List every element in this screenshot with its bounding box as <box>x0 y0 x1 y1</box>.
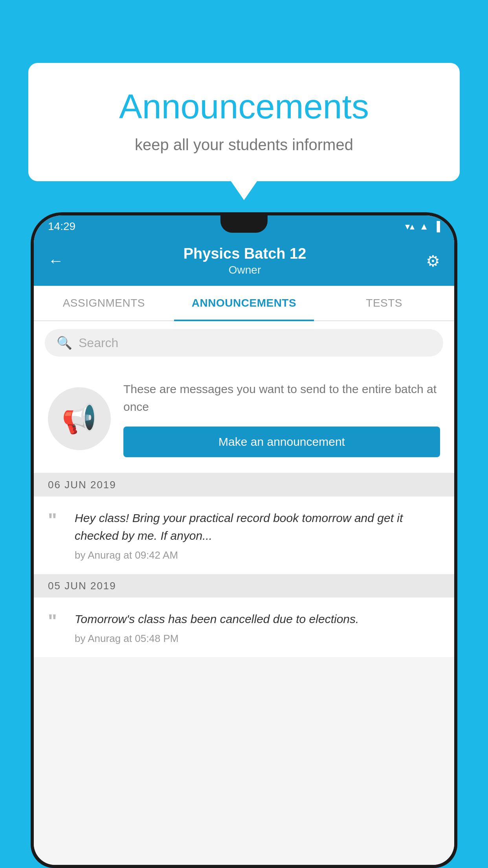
notch <box>220 215 268 233</box>
announcement-text-2: Tomorrow's class has been cancelled due … <box>75 610 440 628</box>
announcement-text-1: Hey class! Bring your practical record b… <box>75 509 440 544</box>
header-title: Physics Batch 12 <box>183 245 306 262</box>
wifi-icon: ▾▴ <box>405 221 415 232</box>
phone-outer: 14:29 ▾▴ ▲ ▐ ← Physics Batch 12 Owner ⚙ <box>31 212 457 868</box>
tab-assignments[interactable]: ASSIGNMENTS <box>34 286 174 320</box>
status-icons: ▾▴ ▲ ▐ <box>405 221 440 232</box>
back-button[interactable]: ← <box>48 252 64 270</box>
status-time: 14:29 <box>48 220 75 233</box>
quote-icon-1: " <box>48 511 64 530</box>
promo-description: These are messages you want to send to t… <box>123 380 440 416</box>
tab-announcements[interactable]: ANNOUNCEMENTS <box>174 286 314 320</box>
promo-right: These are messages you want to send to t… <box>123 380 440 457</box>
megaphone-circle: 📢 <box>48 387 111 450</box>
header-center: Physics Batch 12 Owner <box>183 245 306 276</box>
announcement-content-1: Hey class! Bring your practical record b… <box>75 509 440 561</box>
app-header: ← Physics Batch 12 Owner ⚙ <box>34 237 454 286</box>
status-bar: 14:29 ▾▴ ▲ ▐ <box>34 215 454 237</box>
phone-inner: 14:29 ▾▴ ▲ ▐ ← Physics Batch 12 Owner ⚙ <box>34 215 454 865</box>
search-icon: 🔍 <box>57 335 72 350</box>
search-bar[interactable]: 🔍 Search <box>45 329 443 357</box>
date-separator-2: 05 JUN 2019 <box>34 574 454 598</box>
bubble-title: Announcements <box>60 86 428 127</box>
tab-tests[interactable]: TESTS <box>314 286 454 320</box>
speech-bubble: Announcements keep all your students inf… <box>28 63 460 181</box>
announcement-item-2[interactable]: " Tomorrow's class has been cancelled du… <box>34 598 454 658</box>
speech-bubble-container: Announcements keep all your students inf… <box>28 63 460 181</box>
settings-icon[interactable]: ⚙ <box>426 252 440 270</box>
date-separator-1: 06 JUN 2019 <box>34 473 454 497</box>
megaphone-icon: 📢 <box>62 402 97 436</box>
announcement-meta-2: by Anurag at 05:48 PM <box>75 633 440 645</box>
tabs-container: ASSIGNMENTS ANNOUNCEMENTS TESTS <box>34 286 454 321</box>
announcement-content-2: Tomorrow's class has been cancelled due … <box>75 610 440 645</box>
search-placeholder: Search <box>79 336 118 350</box>
phone-mockup: 14:29 ▾▴ ▲ ▐ ← Physics Batch 12 Owner ⚙ <box>31 212 457 868</box>
signal-icon: ▲ <box>419 221 429 232</box>
promo-card: 📢 These are messages you want to send to… <box>34 364 454 473</box>
header-subtitle: Owner <box>183 264 306 276</box>
search-container: 🔍 Search <box>34 321 454 364</box>
announcement-meta-1: by Anurag at 09:42 AM <box>75 549 440 561</box>
make-announcement-button[interactable]: Make an announcement <box>123 427 440 457</box>
announcement-item-1[interactable]: " Hey class! Bring your practical record… <box>34 497 454 574</box>
battery-icon: ▐ <box>433 221 440 232</box>
bubble-subtitle: keep all your students informed <box>60 136 428 154</box>
quote-icon-2: " <box>48 612 64 631</box>
content-area: 🔍 Search 📢 These are messages you want t… <box>34 321 454 865</box>
